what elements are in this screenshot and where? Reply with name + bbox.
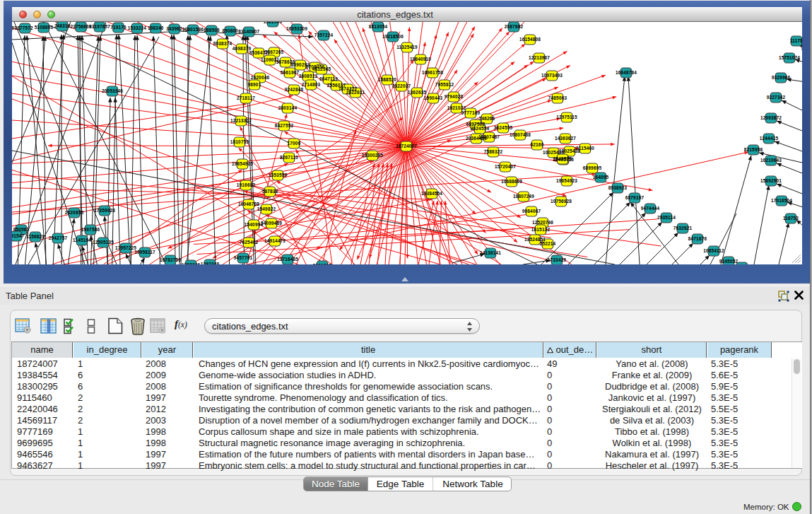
svg-text:83197857: 83197857 [89,24,110,29]
svg-text:164095: 164095 [593,175,609,180]
svg-text:83140807: 83140807 [238,29,259,34]
svg-text:2420046: 2420046 [251,75,270,80]
svg-text:2622631: 2622631 [346,90,365,95]
svg-text:15720407: 15720407 [495,164,516,169]
svg-text:1921022: 1921022 [447,105,466,110]
svg-text:2942757: 2942757 [49,235,68,240]
svg-text:2718117: 2718117 [237,95,255,100]
svg-text:1244415: 1244415 [760,136,779,141]
svg-text:1733426: 1733426 [548,257,567,262]
svg-text:719176: 719176 [110,25,126,30]
svg-text:1533224: 1533224 [128,25,147,30]
svg-text:3624555: 3624555 [494,125,513,130]
svg-text:1292346: 1292346 [182,262,201,264]
svg-text:9794028: 9794028 [445,94,464,99]
svg-text:1549575: 1549575 [553,156,572,161]
svg-text:98901: 98901 [248,82,261,87]
svg-text:9245052: 9245052 [719,259,739,264]
svg-text:1810755: 1810755 [230,139,249,144]
svg-text:4612365: 4612365 [312,66,331,71]
svg-text:688508: 688508 [204,28,220,33]
svg-text:20364436: 20364436 [466,136,487,141]
svg-text:9084067: 9084067 [522,209,541,214]
svg-text:2714803: 2714803 [302,82,321,87]
svg-text:7357224: 7357224 [314,33,334,37]
svg-text:5108603: 5108603 [35,25,54,30]
svg-text:14363627: 14363627 [555,136,576,141]
svg-text:19384554: 19384554 [421,191,442,196]
svg-text:10958117: 10958117 [134,250,155,255]
svg-text:20053346: 20053346 [102,88,123,93]
svg-text:391547: 391547 [12,233,25,238]
svg-text:8267110: 8267110 [280,155,298,160]
svg-text:16210643: 16210643 [760,158,782,163]
svg-text:9115460: 9115460 [576,146,594,151]
svg-text:5667265: 5667265 [265,49,284,54]
svg-text:7632621: 7632621 [673,226,693,230]
svg-text:8231707: 8231707 [313,263,332,264]
svg-text:1549822: 1549822 [257,206,276,211]
svg-text:1916682: 1916682 [237,182,256,187]
svg-text:19218506: 19218506 [382,34,404,39]
svg-text:198246: 198246 [148,25,164,30]
svg-text:8938923: 8938923 [608,185,628,190]
svg-text:15751074: 15751074 [779,55,800,60]
svg-text:7625402: 7625402 [240,240,259,245]
svg-text:7586322: 7586322 [484,149,503,154]
svg-text:12520746: 12520746 [532,220,553,225]
svg-text:2803144: 2803144 [278,105,298,110]
svg-text:6879197: 6879197 [625,195,645,200]
svg-text:15692901: 15692901 [760,178,782,183]
svg-text:1156829: 1156829 [26,234,45,239]
svg-text:11325419: 11325419 [396,45,418,49]
svg-text:1588520: 1588520 [378,77,397,82]
svg-text:16782759: 16782759 [160,257,181,262]
svg-text:18640910: 18640910 [410,57,431,62]
svg-text:116753: 116753 [783,216,799,221]
svg-text:1990443: 1990443 [424,95,443,100]
svg-text:18807249: 18807249 [513,194,534,199]
svg-text:8215958: 8215958 [744,147,763,152]
svg-text:16053309: 16053309 [286,26,307,31]
svg-text:3608513: 3608513 [299,74,318,78]
svg-text:12505135: 12505135 [93,240,114,245]
svg-text:9227342: 9227342 [767,95,786,100]
svg-text:14914479: 14914479 [264,238,286,243]
svg-text:8813054: 8813054 [369,24,388,29]
svg-text:90801586: 90801586 [182,27,204,32]
svg-text:9474444: 9474444 [641,206,660,211]
svg-text:1353559: 1353559 [269,173,288,177]
svg-text:1362635: 1362635 [408,90,427,95]
svg-text:10688609: 10688609 [501,179,522,184]
svg-text:19654923: 19654923 [556,178,577,183]
svg-text:343962: 343962 [166,26,182,31]
svg-text:18724007: 18724007 [396,144,417,148]
svg-text:10756928: 10756928 [551,199,572,204]
svg-text:17016504: 17016504 [771,198,792,203]
svg-text:10807488: 10807488 [510,132,531,137]
svg-text:62160: 62160 [531,142,544,147]
svg-text:17359928: 17359928 [94,208,115,213]
svg-text:10046788: 10046788 [238,201,259,206]
svg-text:252214: 252214 [540,241,556,246]
svg-text:10973493: 10973493 [541,73,563,78]
svg-text:1997586: 1997586 [81,227,100,232]
svg-text:850561: 850561 [13,227,30,232]
svg-text:11178: 11178 [790,38,802,43]
svg-text:14136141: 14136141 [480,250,501,255]
svg-text:2020655: 2020655 [65,210,84,215]
svg-text:9329966: 9329966 [772,75,791,80]
svg-text:1145194: 1145194 [73,238,91,243]
svg-text:8471676: 8471676 [688,236,707,241]
svg-text:12975115: 12975115 [556,115,577,119]
svg-text:7485063: 7485063 [548,95,567,100]
svg-text:850800: 850800 [223,28,239,33]
svg-text:1361909: 1361909 [264,22,283,24]
svg-text:4698379: 4698379 [233,46,252,51]
svg-text:19654935: 19654935 [232,161,253,166]
svg-text:17006: 17006 [288,141,301,146]
svg-text:8427552: 8427552 [275,123,294,128]
svg-text:12093872: 12093872 [760,115,782,120]
svg-text:6647119: 6647119 [319,76,338,81]
svg-text:17957225: 17957225 [115,245,136,250]
